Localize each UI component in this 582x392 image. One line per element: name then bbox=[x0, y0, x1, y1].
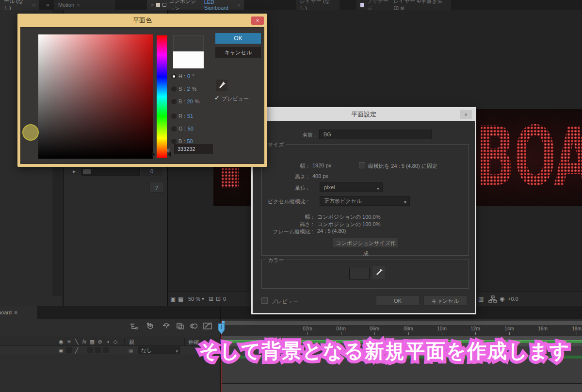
close-tab-icon[interactable]: × bbox=[151, 2, 154, 8]
exposure-value[interactable]: +0.0 bbox=[508, 296, 518, 302]
layer-switch-box[interactable] bbox=[87, 347, 93, 353]
hue-marker-left-icon[interactable] bbox=[152, 152, 155, 157]
safe-area-icon[interactable]: ⊞ bbox=[209, 296, 213, 302]
hsb-row[interactable]: H : 0 ° bbox=[171, 72, 194, 80]
top-tab-bar: ール (なし) ≡ » Motion ≡ × コンポジション LED Signb… bbox=[0, 0, 582, 10]
overflow-chevron-icon[interactable]: » bbox=[46, 2, 48, 8]
radio-b-icon[interactable] bbox=[171, 99, 177, 104]
motion-slider-track[interactable] bbox=[81, 168, 140, 176]
cancel-button[interactable]: キャンセル bbox=[423, 295, 467, 306]
height-value[interactable]: 400 px bbox=[312, 173, 328, 179]
hue-strip[interactable] bbox=[157, 35, 167, 158]
eyedropper-button[interactable] bbox=[216, 80, 227, 91]
g-value[interactable]: 50 bbox=[188, 126, 194, 131]
dialog-close-icon[interactable]: × bbox=[460, 110, 472, 119]
panel-menu-icon[interactable]: ≡ bbox=[77, 2, 79, 8]
draft-3d-icon[interactable] bbox=[146, 322, 155, 330]
tab-motion[interactable]: Motion ≡ bbox=[54, 0, 115, 10]
b-label: B : bbox=[178, 98, 185, 104]
s-value[interactable]: 2 bbox=[187, 86, 190, 92]
b2-value[interactable]: 50 bbox=[187, 138, 193, 144]
rgb-row[interactable]: R : 51 bbox=[171, 112, 193, 120]
playhead-handle-icon[interactable] bbox=[217, 323, 226, 335]
ok-button[interactable]: OK bbox=[376, 295, 420, 306]
r-label: R : bbox=[178, 113, 185, 119]
work-area-bar[interactable] bbox=[221, 321, 582, 325]
h-value[interactable]: 0 bbox=[187, 73, 190, 79]
radio-h-icon[interactable] bbox=[171, 74, 177, 79]
tab-composition[interactable]: × コンポジション LED Signboard ≡ bbox=[147, 0, 244, 10]
tab-tools[interactable]: ール (なし) ≡ bbox=[0, 0, 39, 10]
b-value[interactable]: 20 bbox=[187, 98, 193, 104]
name-field[interactable]: BG bbox=[319, 130, 432, 139]
comp-flowchart-icon[interactable] bbox=[129, 322, 139, 331]
roi-icon[interactable]: ⊡ bbox=[216, 296, 221, 302]
name-label: 名前 : bbox=[261, 131, 316, 139]
frame-blending-icon[interactable] bbox=[176, 322, 185, 330]
width-value[interactable]: 1920 px bbox=[312, 163, 331, 168]
parent-pickwhip-icon[interactable]: ◎ bbox=[127, 347, 135, 354]
color-swatch[interactable] bbox=[349, 268, 370, 279]
lock-icon[interactable] bbox=[162, 3, 166, 7]
motion-blur-icon[interactable] bbox=[189, 322, 199, 330]
panel-menu-icon[interactable]: ≡ bbox=[238, 2, 240, 8]
shy-layers-icon[interactable] bbox=[162, 322, 171, 330]
always-preview-icon[interactable]: ▣ bbox=[170, 296, 176, 302]
radio-r-icon[interactable] bbox=[171, 114, 177, 119]
parent-dropdown[interactable]: なし ▾ bbox=[138, 346, 180, 354]
comp-height-value: コンポジションの 100.0% bbox=[317, 221, 380, 228]
motion-slider-handle[interactable] bbox=[83, 169, 91, 174]
comp-height-label: 高さ : bbox=[259, 221, 313, 228]
saturation-brightness-field[interactable] bbox=[38, 34, 153, 159]
dialog-close-icon[interactable]: × bbox=[251, 16, 264, 25]
tab-timeline-comp[interactable]: board ≡ bbox=[0, 306, 37, 319]
zoom-level[interactable]: 50 % bbox=[188, 296, 200, 302]
flowchart-icon[interactable] bbox=[488, 295, 498, 304]
help-button[interactable]: ? bbox=[149, 182, 164, 193]
zoom-dropdown-icon[interactable]: ▾ bbox=[202, 296, 204, 301]
unit-dropdown[interactable]: pixel ▾ bbox=[320, 182, 383, 192]
tab-layer[interactable]: レイヤー (なし) bbox=[296, 0, 340, 10]
layer-switch-box[interactable] bbox=[95, 347, 101, 353]
cancel-button[interactable]: キャンセル bbox=[215, 47, 261, 58]
led-signboard-text: BOARD bbox=[476, 113, 582, 200]
time-ruler[interactable]: 02m 04m 06m 08m 10m 12m 14m 16m 18m bbox=[221, 325, 582, 336]
tab-footage[interactable]: フッテージ レイヤー 4/手書き矢印.ai bbox=[356, 0, 451, 10]
layer-switch-box[interactable] bbox=[103, 347, 109, 353]
preview-check-icon[interactable]: ✓ bbox=[214, 94, 220, 101]
radio-g-icon[interactable] bbox=[171, 126, 177, 131]
frame-aspect-value: 24 : 5 (4.80) bbox=[317, 228, 346, 234]
rgb-row[interactable]: G : 50 bbox=[171, 125, 194, 132]
hsb-row[interactable]: S : 2 % bbox=[171, 85, 196, 93]
layer-quality-icon[interactable]: ╱ bbox=[73, 347, 81, 354]
screen-icon[interactable]: ▦ bbox=[178, 296, 183, 302]
make-comp-size-button[interactable]: コンポジションサイズ作成 bbox=[333, 238, 399, 248]
exposure-aperture-icon[interactable]: ◉ bbox=[500, 296, 504, 302]
new-color-swatch bbox=[173, 35, 204, 51]
unit-label: 単位 : bbox=[254, 184, 308, 192]
layer-visibility-icon[interactable]: ◉ bbox=[57, 347, 65, 354]
panel-menu-icon[interactable]: ≡ bbox=[14, 310, 16, 315]
unit-value: pixel bbox=[324, 184, 335, 190]
expander-arrow-icon[interactable]: ▸ bbox=[73, 168, 76, 174]
motion-value-field[interactable]: 0 bbox=[142, 166, 162, 176]
parent-value: なし bbox=[141, 347, 152, 353]
pixel-aspect-dropdown[interactable]: 正方形ピクセル ▾ bbox=[320, 196, 410, 206]
eyedropper-button[interactable] bbox=[372, 266, 385, 279]
radio-s-icon[interactable] bbox=[171, 86, 177, 92]
snapshot-icon[interactable]: ▥ bbox=[478, 296, 484, 302]
preview-checkbox[interactable] bbox=[261, 297, 268, 304]
hex-field[interactable]: 333232 bbox=[174, 144, 213, 154]
radio-b2-icon[interactable] bbox=[171, 139, 177, 144]
graph-editor-icon[interactable] bbox=[203, 322, 212, 330]
layer-row[interactable]: ◉ ╱ ◎ なし ▾ 100.0% bbox=[0, 346, 220, 355]
quality-switch-icon: ╲ bbox=[73, 339, 81, 345]
lock-aspect-checkbox[interactable] bbox=[359, 162, 365, 168]
hsb-row[interactable]: B : 20 % bbox=[171, 98, 199, 105]
panel-menu-icon[interactable]: ≡ bbox=[32, 2, 35, 8]
r-value[interactable]: 51 bbox=[187, 113, 193, 119]
ruler-label: 12m bbox=[466, 326, 485, 331]
ok-button[interactable]: OK bbox=[215, 33, 261, 44]
layer-switch-box[interactable] bbox=[66, 347, 72, 353]
hex-hash-icon: # bbox=[167, 147, 170, 153]
